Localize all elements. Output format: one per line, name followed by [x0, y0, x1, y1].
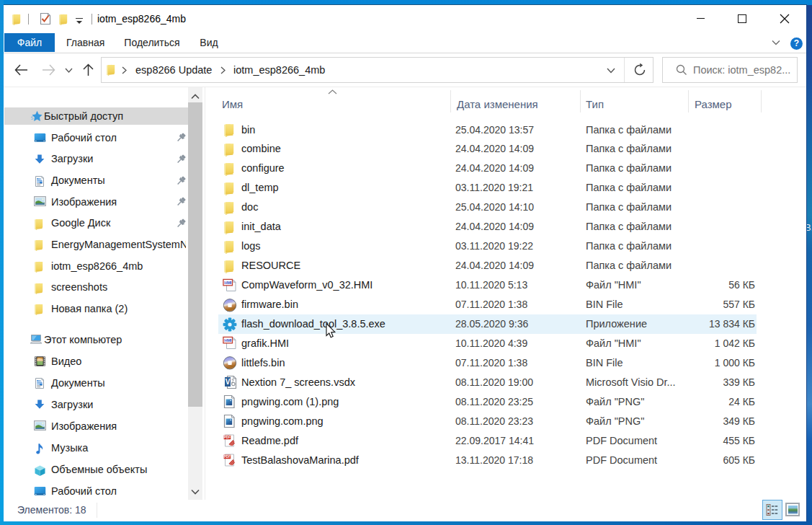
svg-text:PDF: PDF [224, 455, 231, 459]
svg-text:PDF: PDF [224, 436, 231, 439]
svg-text:V: V [226, 378, 231, 386]
svg-text:HMI: HMI [224, 338, 232, 343]
svg-text:HMI: HMI [224, 281, 232, 285]
